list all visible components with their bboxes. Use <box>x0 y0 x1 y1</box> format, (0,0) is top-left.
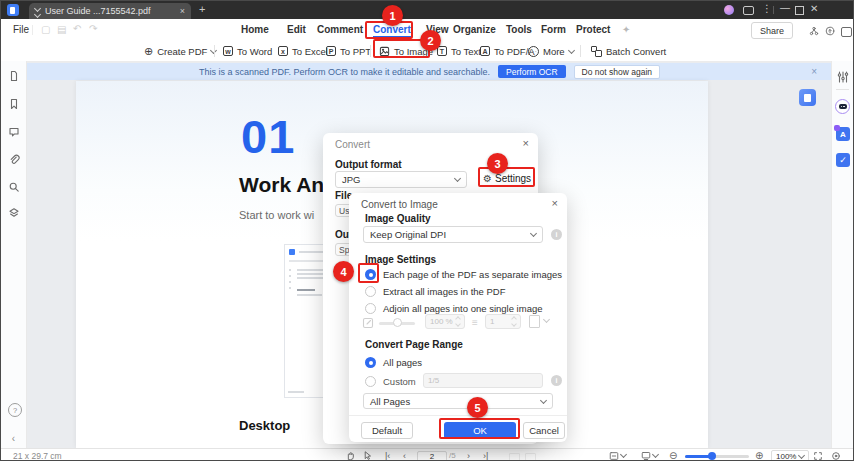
to-word-button[interactable]: wTo Word <box>223 41 272 61</box>
to-excel-button[interactable]: xTo Excel <box>278 41 328 61</box>
info-icon[interactable]: i <box>551 229 562 240</box>
page-copy-icon[interactable] <box>799 89 816 106</box>
redo-icon[interactable]: ↷ <box>89 23 97 34</box>
layers-icon[interactable] <box>7 206 20 219</box>
translate-icon[interactable]: A <box>836 127 850 141</box>
custom-range-input: 1/5 <box>423 373 543 388</box>
page-subheading: Start to work wi <box>239 209 314 221</box>
lamp-icon[interactable]: ✦ <box>622 24 630 35</box>
thumb-logo-icon <box>289 249 295 255</box>
to-ppt-button[interactable]: PTo PPT <box>326 41 371 61</box>
output-format-label: Output format <box>335 159 402 170</box>
menu-home[interactable]: Home <box>241 24 269 35</box>
word-icon: w <box>223 46 233 56</box>
previous-page-icon[interactable]: ‹ <box>403 449 406 461</box>
cloud-upload-icon[interactable] <box>825 26 835 36</box>
image-quality-select[interactable]: Keep Original DPI <box>363 226 543 243</box>
document-tab[interactable]: User Guide ...7155542.pdf × <box>29 3 191 19</box>
page-number-input[interactable]: 2 <box>417 451 447 461</box>
menu-organize[interactable]: Organize <box>453 24 496 35</box>
batch-icon <box>591 46 602 57</box>
menu-tools[interactable]: Tools <box>506 24 532 35</box>
dialog-title: Convert to Image <box>361 199 438 210</box>
radio-extract-images[interactable] <box>365 286 376 297</box>
menu-comment[interactable]: Comment <box>317 24 363 35</box>
avatar[interactable] <box>724 5 734 15</box>
fit-page-icon[interactable] <box>609 449 626 461</box>
tab-chevrons-icon[interactable] <box>35 6 40 17</box>
create-pdf-button[interactable]: ⊕ Create PDF <box>144 41 216 61</box>
page-view-mode-icon[interactable] <box>641 449 658 461</box>
adjoin-count-field: 1 <box>485 314 521 329</box>
to-text-button[interactable]: TTo Text <box>437 41 481 61</box>
next-view-icon-disabled <box>525 453 536 461</box>
thumbnails-icon[interactable] <box>7 69 20 82</box>
zoom-slider-thumb[interactable] <box>708 452 716 460</box>
tab-title: User Guide ...7155542.pdf <box>45 6 175 16</box>
zoom-level-dropdown[interactable]: 100% <box>771 450 809 461</box>
todo-check-icon[interactable]: ✓ <box>836 153 850 167</box>
last-page-icon[interactable]: ›| <box>483 449 488 461</box>
ai-assistant-icon[interactable] <box>835 99 850 114</box>
panel-icon[interactable] <box>841 27 852 37</box>
save-icon[interactable]: ▢ <box>41 24 50 35</box>
menu-protect[interactable]: Protect <box>576 24 610 35</box>
divider <box>836 89 849 90</box>
minimize-icon[interactable]: — <box>780 3 790 13</box>
close-icon[interactable]: × <box>523 137 529 149</box>
menu-edit[interactable]: Edit <box>287 24 306 35</box>
info-icon[interactable]: i <box>551 375 562 386</box>
comment-panel-icon[interactable] <box>7 125 20 138</box>
step-3-badge: 3 <box>487 153 508 174</box>
close-icon[interactable]: ✕ <box>810 4 818 14</box>
pages-dropdown[interactable]: All Pages <box>363 393 553 409</box>
feedback-icon[interactable] <box>743 6 754 15</box>
menu-form[interactable]: Form <box>541 24 566 35</box>
more-button[interactable]: ··· More <box>528 41 574 61</box>
default-button[interactable]: Default <box>361 422 413 439</box>
radio-all-pages[interactable] <box>365 357 376 368</box>
tab-close-icon[interactable]: × <box>180 6 185 16</box>
crosshair-icon[interactable] <box>831 449 841 461</box>
perform-ocr-button[interactable]: Perform OCR <box>498 65 565 78</box>
close-icon[interactable]: × <box>811 66 817 77</box>
chevron-down-icon <box>543 316 550 323</box>
hand-tool-icon[interactable] <box>345 449 355 461</box>
next-page-icon[interactable]: › <box>467 449 470 461</box>
select-tool-icon[interactable] <box>363 449 373 461</box>
attachment-icon[interactable] <box>7 153 20 166</box>
step-2-badge: 2 <box>420 30 441 51</box>
properties-sliders-icon[interactable] <box>837 69 849 87</box>
undo-icon[interactable]: ↶ <box>73 23 81 34</box>
search-icon[interactable] <box>7 180 20 193</box>
kebab-menu-icon[interactable]: ⋮ <box>762 4 772 14</box>
fullscreen-icon[interactable] <box>813 449 823 461</box>
dismiss-button[interactable]: Do not show again <box>574 65 660 79</box>
share-link-icon[interactable] <box>809 26 819 36</box>
zoom-in-icon[interactable]: ⊕ <box>755 449 763 461</box>
menu-file[interactable]: File <box>13 24 29 35</box>
output-format-select[interactable]: JPG <box>335 171 467 188</box>
divider <box>32 25 33 35</box>
image-quality-label: Image Quality <box>365 213 431 224</box>
chapter-number: 01 <box>241 109 295 164</box>
radio-custom[interactable] <box>365 376 376 387</box>
batch-convert-button[interactable]: Batch Convert <box>591 41 666 61</box>
help-icon[interactable]: ? <box>8 403 22 417</box>
share-button[interactable]: Share <box>751 22 793 39</box>
bookmark-icon[interactable] <box>7 97 20 110</box>
new-tab-icon[interactable]: + <box>199 4 205 14</box>
radio-adjoin-pages[interactable] <box>365 303 376 314</box>
title-bar: User Guide ...7155542.pdf × + ⋮ — ✕ <box>1 1 854 19</box>
zoom-slider[interactable] <box>685 450 749 461</box>
to-pdfa-button[interactable]: ATo PDF/A <box>480 41 535 61</box>
right-sidebar: A ✓ <box>831 61 853 448</box>
first-page-icon[interactable]: |‹ <box>385 449 390 461</box>
collapse-sidebar-icon[interactable]: ‹ <box>7 432 20 445</box>
cancel-button[interactable]: Cancel <box>523 422 565 439</box>
text-icon: T <box>437 46 447 56</box>
close-icon[interactable]: × <box>552 197 558 209</box>
restore-icon[interactable] <box>795 6 804 15</box>
zoom-out-icon[interactable]: ⊖ <box>669 449 677 461</box>
print-icon[interactable]: ▤ <box>57 24 66 35</box>
